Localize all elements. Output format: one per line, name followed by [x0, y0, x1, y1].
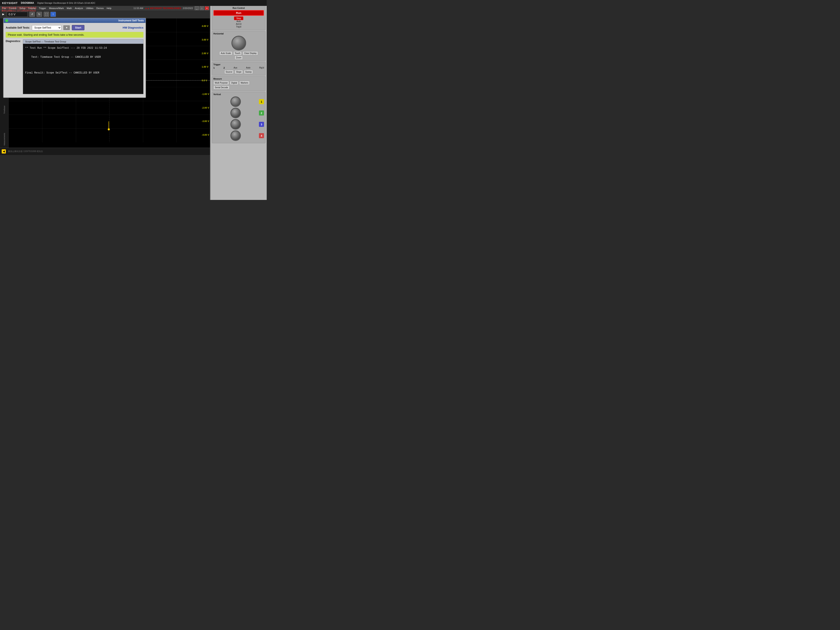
serial-decode-button[interactable]: Serial Decode	[213, 85, 229, 90]
multi-purpose-button[interactable]: Multi Purpose	[213, 81, 229, 85]
right-control-panel: infiniium S-Series Run Control Run Stop …	[210, 0, 267, 200]
output-line-4	[25, 60, 141, 64]
scroll-left[interactable]: ◄	[2, 149, 6, 153]
y-label-n2v: -2.00 V	[202, 106, 209, 109]
y-axis-labels: 4.00 V 3.00 V 2.00 V 1.00 V 0.0 V -1.00 …	[202, 19, 209, 142]
self-test-body: Available Self Tests: Scope SelfTest ▼ S…	[3, 23, 145, 98]
brand-bar: KEYSIGHT DSOS804A Digital Storage Oscill…	[0, 0, 267, 6]
run-control-section: Run Control Run Stop Auto Arm'd Trig'd	[212, 5, 265, 30]
channel-1-row: 1	[213, 96, 264, 107]
touch-button[interactable]: Touch	[233, 51, 242, 55]
markers-button[interactable]: Markers	[239, 81, 250, 85]
menu-math[interactable]: Math	[66, 6, 73, 10]
y-label-n3v: -3.00 V	[202, 120, 209, 122]
diagnostics-tab[interactable]: Scope SelfTest --- Timebase Test Group	[23, 39, 144, 44]
ch2-badge: 2	[259, 111, 264, 115]
start-button[interactable]: Start	[72, 25, 84, 30]
output-line-1: ** Test Run ** Scope SelfTest --- 20 FEB…	[25, 46, 141, 51]
source-button[interactable]: Source	[224, 70, 234, 74]
run-modes: Auto Arm'd Trig'd	[213, 20, 264, 28]
run-control-title: Run Control	[213, 7, 264, 9]
undo-button[interactable]: ↺	[29, 12, 35, 17]
ch2-knob[interactable]	[231, 108, 241, 118]
horizontal-title: Horizontal	[213, 33, 264, 35]
channel-4-row: 4	[213, 130, 264, 141]
trig-auto: Auto	[246, 66, 251, 69]
measure-section: Measure Multi Purpose Digital Markers Se…	[212, 76, 265, 91]
trig-aux: Aux	[234, 66, 237, 69]
header-right: 11:53 AM ▲▲ KEYSIGHT TECHNOLOGIES 2/20/2…	[133, 6, 209, 10]
vertical-section: Vertical 1 2 3 4	[212, 92, 265, 143]
trigger-arrow-icon: ►	[2, 13, 5, 16]
y-label-n4v: -4.00 V	[202, 134, 209, 136]
trig-rigd: Rig'd	[259, 66, 264, 69]
ch4-badge: 4	[259, 133, 264, 138]
menu-trigger[interactable]: Trigger	[38, 6, 47, 10]
trigger-marker-dot	[108, 128, 110, 130]
y-label-0v: 0.0 V	[202, 79, 209, 82]
ch4-knob[interactable]	[231, 130, 241, 141]
ch3-knob[interactable]	[231, 119, 241, 129]
menu-demos[interactable]: Demos	[95, 6, 105, 10]
ch3-badge: 3	[259, 122, 264, 127]
available-tests-label: Available Self Tests:	[6, 26, 30, 29]
diagnostics-tab-area: Scope SelfTest --- Timebase Test Group *…	[23, 39, 144, 94]
horizontal-section: Horizontal Auto Scale Touch Clear Displa…	[212, 31, 265, 61]
side-label-timebase: Timebase	[3, 106, 5, 114]
measure-title: Measure	[213, 78, 264, 80]
mode-trigid: Trig'd	[213, 25, 264, 28]
trig-ch1: 1	[213, 66, 215, 69]
sweep-button[interactable]: Sweep	[244, 70, 253, 74]
y-label-4v: 4.00 V	[202, 25, 209, 27]
clear-display-button[interactable]: Clear Display	[243, 51, 258, 55]
voltage-input[interactable]	[7, 12, 28, 17]
y-label-3v: 3.00 V	[202, 38, 209, 41]
watermark-chinese: 颜龙续测试仪器 13267531698 陈先生 颜龙山滑板出口 13711852…	[2, 6, 37, 12]
maximize-button[interactable]: □	[200, 6, 204, 10]
channel-3-row: 3	[213, 119, 264, 129]
trig-ch2: 2	[223, 66, 225, 69]
dialog-circle	[5, 19, 8, 22]
timestamp-date: 2/20/2022	[183, 7, 193, 9]
self-test-dialog: Instrument Self Tests Available Self Tes…	[3, 18, 146, 98]
menu-help[interactable]: Help	[106, 6, 113, 10]
auto-scale-button[interactable]: Auto Scale	[219, 51, 232, 55]
close-button[interactable]: ✕	[205, 6, 209, 10]
ch1-knob[interactable]	[231, 96, 241, 107]
vertical-title: Vertical	[213, 93, 264, 96]
cursor-tool-button[interactable]: ⛶	[44, 12, 49, 17]
minimize-button[interactable]: _	[195, 6, 199, 10]
dialog-title: Instrument Self Tests	[118, 19, 144, 22]
menu-measure-mark[interactable]: Measure/Mark	[48, 6, 65, 10]
run-button[interactable]: Run	[213, 10, 264, 16]
brand-model: DSOS804A	[21, 2, 34, 5]
toolbar-icons: ⛶ ⌇	[44, 12, 56, 17]
mode-auto: Auto	[213, 20, 264, 22]
zoom-button[interactable]: Zoom	[235, 56, 243, 60]
status-banner: Please wait. Starting and ending Self Te…	[6, 32, 144, 38]
available-tests-row: Available Self Tests: Scope SelfTest ▼ S…	[6, 25, 144, 30]
channel-2-row: 2	[213, 108, 264, 118]
self-test-select[interactable]: Scope SelfTest	[32, 25, 61, 30]
menu-utilities[interactable]: Utilities	[85, 6, 95, 10]
hw-diagnostics-label: HW Diagnostics	[123, 26, 144, 29]
trigger-section: Trigger 1 2 Aux Auto Rig'd Source Slope …	[212, 62, 265, 76]
measure-tool-button[interactable]: ⌇	[51, 12, 56, 17]
digital-button[interactable]: Digital	[230, 81, 238, 85]
stop-button[interactable]: Stop	[234, 16, 243, 20]
mode-armed: Arm'd	[213, 23, 264, 25]
redo-button[interactable]: ↻	[36, 12, 42, 17]
timestamp-time: 11:53 AM	[133, 7, 143, 9]
slope-button[interactable]: Slope	[235, 70, 243, 74]
window-controls: _ □ ✕	[195, 6, 209, 10]
horizontal-knob[interactable]	[231, 36, 246, 51]
trigger-title: Trigger	[213, 63, 264, 66]
output-line-6: Final Result: Scope SelfTest -- CANCELLE…	[25, 71, 141, 76]
menu-analyze[interactable]: Analyze	[74, 6, 84, 10]
y-label-n1v: -1.00 V	[202, 93, 209, 95]
output-line-3: Test: Timebase Test Group -- CANCELLED B…	[25, 55, 141, 60]
dropdown-button[interactable]: ▼	[63, 25, 70, 30]
scope-status-bar: ◄ 颜龙山测试仪器 13267531698 橙先生	[0, 148, 210, 155]
measure-buttons: Multi Purpose Digital Markers Serial Dec…	[213, 81, 264, 90]
diagnostics-label: Diagnostics:	[6, 39, 21, 43]
